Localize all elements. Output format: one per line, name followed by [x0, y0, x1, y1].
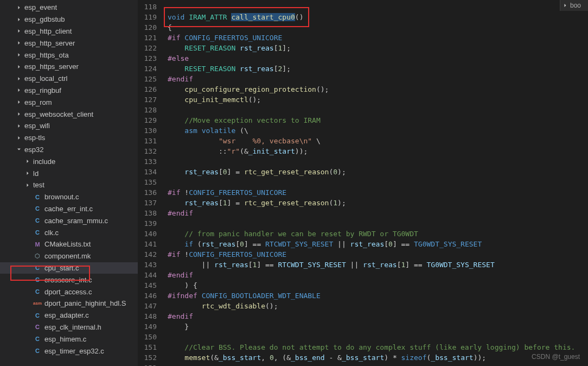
code-line-124[interactable]: RESET_REASON rst_reas[2]; — [168, 64, 588, 74]
tree-item-esp-http-client[interactable]: esp_http_client — [0, 26, 138, 37]
line-number: 138 — [138, 208, 157, 218]
code-line-134[interactable]: rst_reas[0] = rtc_get_reset_reason(0); — [168, 167, 588, 177]
tree-item-cmakelists-txt[interactable]: MCMakeLists.txt — [0, 238, 138, 250]
tree-item-esp-rom[interactable]: esp_rom — [0, 96, 138, 108]
tree-item-label: cache_sram_mmu.c — [44, 217, 108, 225]
file-explorer-sidebar[interactable]: esp_eventesp_gdbstubesp_http_clientesp_h… — [0, 0, 138, 366]
code-line-131[interactable]: "wsr %0, vecbase\n" \ — [168, 136, 588, 146]
code-line-151[interactable]: //Clear BSS. Please do not attempt to do… — [168, 342, 588, 352]
tree-item-clk-c[interactable]: Cclk.c — [0, 226, 138, 238]
line-number: 120 — [138, 22, 157, 33]
file-icon: C — [33, 335, 42, 343]
tree-item-esp-local-ctrl[interactable]: esp_local_ctrl — [0, 73, 138, 85]
code-line-123[interactable]: #else — [168, 53, 588, 64]
tree-item-crosscore-int-c[interactable]: Ccrosscore_int.c — [0, 274, 138, 286]
code-line-127[interactable]: cpu_init_memctl(); — [168, 94, 588, 105]
tree-item-label: crosscore_int.c — [44, 276, 92, 284]
tree-item-esp-tls[interactable]: esp-tls — [0, 132, 138, 144]
tree-item-esp-ringbuf[interactable]: esp_ringbuf — [0, 85, 138, 97]
code-line-135[interactable] — [168, 177, 588, 187]
tree-item-esp-gdbstub[interactable]: esp_gdbstub — [0, 14, 138, 26]
line-number: 127 — [138, 94, 157, 105]
code-line-128[interactable] — [168, 105, 588, 115]
code-line-142[interactable]: #if !CONFIG_FREERTOS_UNICORE — [168, 249, 588, 260]
line-number: 149 — [138, 321, 157, 332]
code-line-150[interactable] — [168, 332, 588, 342]
tree-item-esp-http-server[interactable]: esp_http_server — [0, 37, 138, 49]
code-line-143[interactable]: || rst_reas[1] == RTCWDT_SYS_RESET || rs… — [168, 260, 588, 270]
tree-item-label: esp_ringbuf — [24, 86, 61, 94]
tree-item-label: cpu_start.c — [44, 264, 79, 272]
file-icon: asm — [33, 299, 42, 308]
line-number: 133 — [138, 156, 157, 167]
code-line-149[interactable]: } — [168, 321, 588, 332]
code-editor[interactable]: 1181191201211221231241251261271281291301… — [138, 0, 588, 366]
tree-item-label: esp_https_server — [24, 62, 79, 71]
file-icon: C — [33, 323, 42, 331]
tree-item-esp-https-server[interactable]: esp_https_server — [0, 61, 138, 73]
tree-item-label: esp_http_client — [24, 27, 72, 35]
code-line-139[interactable] — [168, 218, 588, 229]
tree-item-component-mk[interactable]: ⬡component.mk — [0, 250, 138, 262]
code-line-141[interactable]: if (rst_reas[0] == RTCWDT_SYS_RESET || r… — [168, 239, 588, 249]
line-number: 146 — [138, 291, 157, 301]
code-line-138[interactable]: #endif — [168, 208, 588, 218]
file-icon: C — [33, 216, 42, 225]
code-line-122[interactable]: RESET_REASON rst_reas[1]; — [168, 43, 588, 53]
tree-item-label: esp_websocket_client — [24, 110, 93, 118]
code-line-152[interactable]: memset(&_bss_start, 0, (&_bss_end - &_bs… — [168, 352, 588, 363]
line-number: 143 — [138, 260, 157, 270]
code-line-148[interactable]: #endif — [168, 311, 588, 321]
tree-item-label: esp_clk_internal.h — [44, 323, 101, 331]
code-line-126[interactable]: cpu_configure_region_protection(); — [168, 84, 588, 94]
tree-item-cpu-start-c[interactable]: Ccpu_start.c — [0, 262, 138, 274]
code-line-153[interactable] — [168, 363, 588, 366]
tree-item-label: dport_access.c — [44, 288, 92, 296]
code-line-136[interactable]: #if !CONFIG_FREERTOS_UNICORE — [168, 187, 588, 198]
code-line-133[interactable] — [168, 156, 588, 167]
tree-item-esp-event[interactable]: esp_event — [0, 2, 138, 14]
tree-item-brownout-c[interactable]: Cbrownout.c — [0, 191, 138, 203]
code-line-145[interactable]: ) { — [168, 280, 588, 291]
tree-item-test[interactable]: test — [0, 179, 138, 191]
tree-item-label: CMakeLists.txt — [44, 240, 91, 248]
tree-item-ld[interactable]: ld — [0, 167, 138, 179]
code-line-130[interactable]: asm volatile (\ — [168, 125, 588, 136]
tree-item-label: clk.c — [44, 229, 59, 237]
code-line-121[interactable]: #if CONFIG_FREERTOS_UNICORE — [168, 33, 588, 43]
chevron-right-icon — [15, 98, 23, 106]
code-line-129[interactable]: //Move exception vectors to IRAM — [168, 115, 588, 125]
line-number: 129 — [138, 115, 157, 125]
line-number: 144 — [138, 270, 157, 280]
tree-item-cache-sram-mmu-c[interactable]: Ccache_sram_mmu.c — [0, 214, 138, 226]
tree-item-dport-panic-highint-hdl-s[interactable]: asmdport_panic_highint_hdl.S — [0, 298, 138, 310]
code-line-137[interactable]: rst_reas[1] = rtc_get_reset_reason(1); — [168, 198, 588, 208]
tree-item-esp-wifi[interactable]: esp_wifi — [0, 120, 138, 132]
line-number: 123 — [138, 53, 157, 64]
code-line-146[interactable]: #ifndef CONFIG_BOOTLOADER_WDT_ENABLE — [168, 291, 588, 301]
chevron-right-icon — [24, 181, 31, 189]
tree-item-esp-himem-c[interactable]: Cesp_himem.c — [0, 333, 138, 345]
code-line-132[interactable]: ::"r"(&_init_start)); — [168, 146, 588, 156]
tree-item-dport-access-c[interactable]: Cdport_access.c — [0, 286, 138, 298]
code-line-120[interactable]: { — [168, 22, 588, 33]
tree-item-esp-websocket-client[interactable]: esp_websocket_client — [0, 108, 138, 120]
code-line-147[interactable]: rtc_wdt_disable(); — [168, 301, 588, 311]
code-line-125[interactable]: #endif — [168, 74, 588, 84]
tree-item-label: esp_timer_esp32.c — [44, 347, 104, 355]
tree-item-esp-timer-esp32-c[interactable]: Cesp_timer_esp32.c — [0, 345, 138, 357]
tree-item-cache-err-int-c[interactable]: Ccache_err_int.c — [0, 203, 138, 215]
tree-item-include[interactable]: include — [0, 155, 138, 167]
code-area[interactable]: void IRAM_ATTR call_start_cpu0(){#if CON… — [168, 0, 588, 366]
code-line-140[interactable]: // from panic handler we can be reset by… — [168, 229, 588, 239]
line-number: 139 — [138, 218, 157, 229]
tree-item-label: esp32 — [24, 146, 43, 154]
tree-item-esp-adapter-c[interactable]: Cesp_adapter.c — [0, 310, 138, 321]
code-line-119[interactable]: void IRAM_ATTR call_start_cpu0() — [168, 12, 588, 22]
outline-pane-item[interactable]: boo — [560, 0, 588, 11]
code-line-118[interactable] — [168, 2, 588, 12]
code-line-144[interactable]: #endif — [168, 270, 588, 280]
tree-item-esp-clk-internal-h[interactable]: Cesp_clk_internal.h — [0, 321, 138, 333]
tree-item-esp32[interactable]: esp32 — [0, 144, 138, 156]
tree-item-esp-https-ota[interactable]: esp_https_ota — [0, 49, 138, 61]
